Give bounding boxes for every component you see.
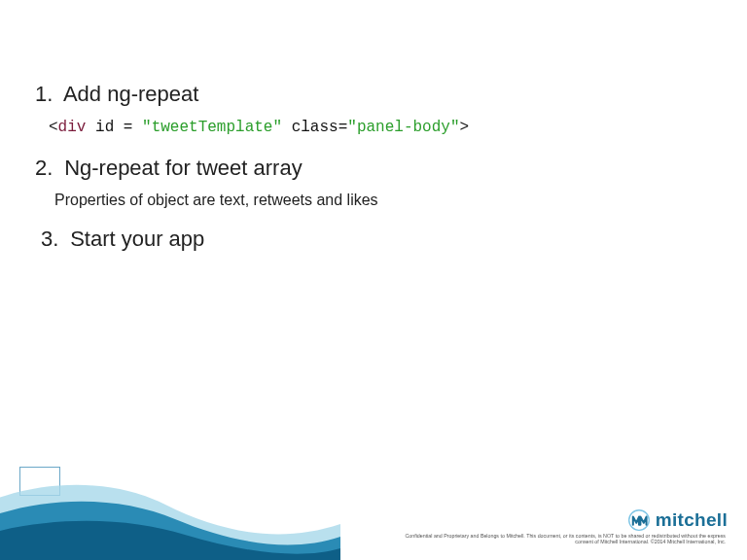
code-open: <	[49, 119, 58, 136]
mitchell-logo-text: mitchell	[656, 509, 728, 531]
code-tag: div	[58, 119, 87, 136]
mitchell-logo-icon	[628, 509, 650, 531]
slide-content: 1. Add ng-repeat <div id = "tweetTemplat…	[35, 68, 712, 263]
step-2: 2. Ng-repeat for tweet array	[35, 154, 712, 183]
step-3-title: Start your app	[70, 227, 204, 251]
step-2-title: Ng-repeat for tweet array	[64, 156, 302, 180]
code-class-val: "panel-body"	[347, 119, 459, 136]
code-class-attr: class=	[282, 119, 347, 136]
step-1-number: 1.	[35, 80, 58, 109]
step-1: 1. Add ng-repeat	[35, 80, 712, 109]
step-1-title: Add ng-repeat	[63, 82, 198, 106]
wave-graphic	[0, 471, 340, 560]
mitchell-logo: mitchell	[628, 509, 728, 531]
code-close: >	[460, 119, 470, 136]
code-id-attr: id =	[86, 119, 142, 136]
step-3: 3. Start your app	[41, 225, 712, 254]
slide: 1. Add ng-repeat <div id = "tweetTemplat…	[0, 0, 747, 560]
step-2-number: 2.	[35, 154, 58, 183]
code-snippet: <div id = "tweetTemplate" class="panel-b…	[49, 119, 712, 136]
disclaimer-text: Confidential and Proprietary and Belongs…	[395, 533, 726, 544]
step-2-sub: Properties of object are text, retweets …	[54, 192, 712, 209]
step-3-number: 3.	[41, 225, 64, 254]
code-id-val: "tweetTemplate"	[142, 119, 282, 136]
